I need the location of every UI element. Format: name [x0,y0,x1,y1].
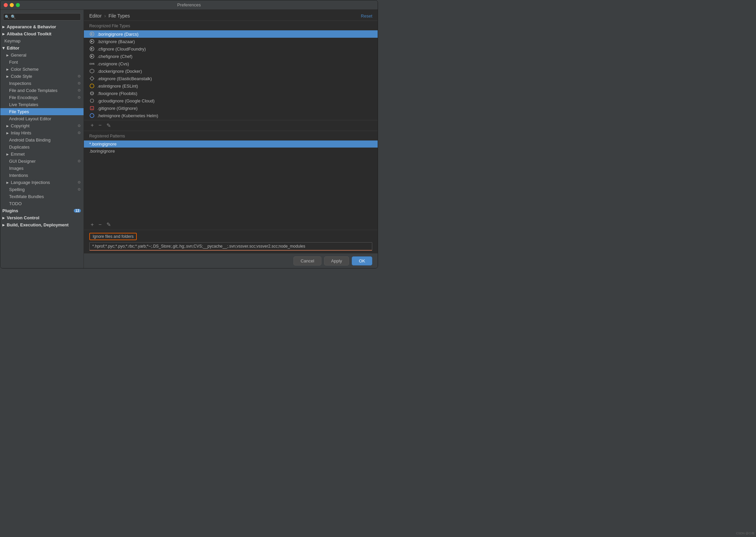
registered-patterns-label: Registered Patterns [84,131,378,140]
file-type-item[interactable]: .helmignore (Kubernetes Helm) [84,112,378,119]
file-type-item[interactable]: .boringignore (Darcs) [84,30,378,38]
file-type-name: .eslintignore (ESLint) [97,84,138,89]
file-type-name: .bzrignore (Bazaar) [97,39,135,44]
remove-file-type-button[interactable]: − [97,122,103,129]
main-layout: 🔍 ▶ Appearance & Behavior ▶ Alibaba Clou… [0,10,378,268]
sidebar-item-file-encodings[interactable]: File Encodings ⚙ [0,94,84,101]
add-pattern-button[interactable]: + [89,221,95,228]
pattern-item[interactable]: .boringignore [84,148,378,155]
file-type-icon [89,76,95,81]
file-type-icon: g [89,105,95,111]
breadcrumb: Editor › File Types [89,13,130,19]
maximize-button[interactable] [16,3,20,7]
pattern-actions: + − ✎ [84,219,378,230]
sidebar-item-android-data-binding[interactable]: Android Data Binding [0,136,84,144]
gear-icon: ⚙ [77,88,81,93]
sidebar-item-language-injections[interactable]: ▶ Language Injections ⚙ [0,179,84,186]
file-type-item[interactable]: cvs .cvsignore (Cvs) [84,60,378,67]
window-title: Preferences [177,2,201,7]
edit-pattern-button[interactable]: ✎ [105,221,112,228]
sidebar-item-inlay-hints[interactable]: ▶ Inlay Hints ⚙ [0,129,84,136]
expand-icon: ▶ [6,75,9,78]
cvs-icon: cvs [89,61,95,66]
expand-icon: ▶ [2,47,5,49]
file-type-actions: + − ✎ [84,120,378,131]
breadcrumb-parent: Editor [89,13,102,19]
file-type-item[interactable]: g .gitignore (GitIgnore) [84,104,378,112]
content-area: Editor › File Types Reset Recognized Fil… [84,10,378,268]
search-box[interactable]: 🔍 [3,13,81,21]
remove-pattern-button[interactable]: − [97,221,103,228]
apply-button[interactable]: Apply [324,256,349,265]
sidebar-item-file-types[interactable]: File Types [0,108,84,115]
gear-icon: ⚙ [77,124,81,128]
search-input[interactable] [3,13,81,21]
file-type-item[interactable]: .gcloudignore (Google Cloud) [84,97,378,104]
file-type-name: .gitignore (GitIgnore) [97,106,137,111]
file-type-item[interactable]: .cfignore (CloudFoundry) [84,45,378,53]
file-type-item[interactable]: .bzrignore (Bazaar) [84,38,378,45]
file-type-name: .flooignore (Floobits) [97,91,137,96]
add-file-type-button[interactable]: + [89,122,95,129]
sidebar-item-editor[interactable]: ▶ Editor [0,44,84,52]
sidebar-item-version-control[interactable]: ▶ Version Control [0,214,84,221]
file-type-name: .boringignore (Darcs) [97,32,138,37]
file-type-item[interactable]: .flooignore (Floobits) [84,90,378,97]
file-type-item[interactable]: .eslintignore (ESLint) [84,82,378,90]
file-type-name: .cvsignore (Cvs) [97,61,129,66]
sidebar-item-emmet[interactable]: ▶ Emmet [0,151,84,158]
sidebar-item-spelling[interactable]: Spelling ⚙ [0,186,84,193]
title-bar: Preferences [0,0,378,10]
sidebar-item-alibaba[interactable]: ▶ Alibaba Cloud Toolkit [0,30,84,37]
file-type-name: .helmignore (Kubernetes Helm) [97,113,158,118]
sidebar-item-inspections[interactable]: Inspections ⚙ [0,80,84,87]
sidebar-item-code-style[interactable]: ▶ Code Style ⚙ [0,73,84,80]
sidebar-item-live-templates[interactable]: Live Templates [0,101,84,108]
expand-icon: ▶ [6,181,9,184]
file-type-icon [89,68,95,74]
sidebar-item-general[interactable]: ▶ General [0,52,84,59]
reset-button[interactable]: Reset [361,13,372,19]
sidebar-item-android-layout[interactable]: Android Layout Editor [0,115,84,122]
sidebar-item-images[interactable]: Images [0,165,84,172]
gear-icon: ⚙ [77,81,81,86]
expand-icon: ▶ [6,68,9,71]
sidebar-item-plugins[interactable]: Plugins 13 [0,207,84,214]
file-type-item[interactable]: .dockerignore (Docker) [84,67,378,75]
content-header: Editor › File Types Reset [84,10,378,21]
registered-section: *.boringignore .boringignore + − ✎ [84,140,378,230]
sidebar-item-font[interactable]: Font [0,59,84,66]
file-type-icon [89,91,95,96]
window-controls[interactable] [4,3,20,7]
sidebar-item-file-code-templates[interactable]: File and Code Templates ⚙ [0,87,84,94]
expand-icon: ▶ [6,124,9,128]
ignore-files-label: Ignore files and folders [89,233,137,240]
expand-icon: ▶ [2,32,5,36]
svg-point-4 [90,84,94,88]
sidebar-item-keymap[interactable]: Keymap [0,37,84,44]
file-type-item[interactable]: .ebignore (ElasticBeanstalk) [84,75,378,82]
expand-icon: ▶ [6,131,9,135]
sidebar: 🔍 ▶ Appearance & Behavior ▶ Alibaba Clou… [0,10,84,268]
edit-file-type-button[interactable]: ✎ [105,122,112,129]
sidebar-item-intentions[interactable]: Intentions [0,172,84,179]
expand-icon: ▶ [6,54,9,57]
sidebar-item-build-execution[interactable]: ▶ Build, Execution, Deployment [0,221,84,228]
ok-button[interactable]: OK [352,256,372,265]
gear-icon: ⚙ [77,74,81,78]
file-type-name: .ebignore (ElasticBeanstalk) [97,76,152,81]
pattern-item[interactable]: *.boringignore [84,140,378,148]
sidebar-item-todo[interactable]: TODO [0,200,84,207]
sidebar-item-gui-designer[interactable]: GUI Designer ⚙ [0,158,84,165]
sidebar-item-duplicates[interactable]: Duplicates [0,144,84,151]
minimize-button[interactable] [10,3,14,7]
sidebar-item-appearance[interactable]: ▶ Appearance & Behavior [0,23,84,30]
gear-icon: ⚙ [77,159,81,163]
sidebar-item-color-scheme[interactable]: ▶ Color Scheme [0,66,84,73]
ignore-files-input[interactable] [89,242,372,251]
sidebar-item-textmate-bundles[interactable]: TextMate Bundles [0,193,84,200]
close-button[interactable] [4,3,8,7]
file-type-item[interactable]: .chefignore (Chef) [84,53,378,60]
cancel-button[interactable]: Cancel [293,256,321,265]
sidebar-item-copyright[interactable]: ▶ Copyright ⚙ [0,122,84,129]
